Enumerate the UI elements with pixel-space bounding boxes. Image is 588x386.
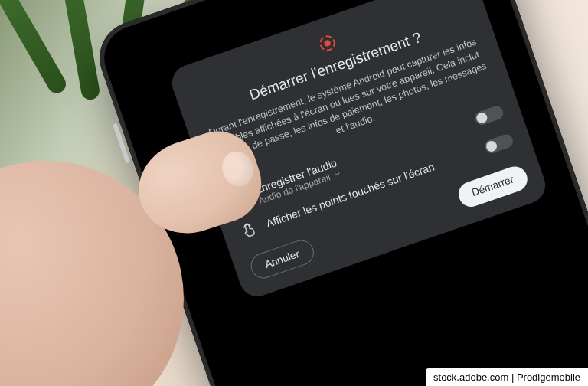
- record-audio-toggle[interactable]: [473, 104, 505, 126]
- touch-icon: [238, 220, 259, 240]
- show-touches-toggle[interactable]: [482, 132, 514, 154]
- start-button[interactable]: Démarrer: [455, 163, 531, 210]
- record-icon: [317, 32, 338, 54]
- phone-frame: Démarrer l'enregistrement ? Durant l'enr…: [90, 0, 588, 386]
- chevron-down-icon: [333, 168, 343, 178]
- microphone-icon: [228, 191, 249, 211]
- cancel-button[interactable]: Annuler: [247, 237, 317, 282]
- svg-rect-2: [235, 195, 241, 203]
- photo-scene: Démarrer l'enregistrement ? Durant l'enr…: [0, 0, 588, 386]
- image-credit: stock.adobe.com | Prodigemobile: [426, 368, 588, 386]
- screen-record-dialog: Démarrer l'enregistrement ? Durant l'enr…: [167, 0, 550, 301]
- svg-point-1: [323, 39, 331, 47]
